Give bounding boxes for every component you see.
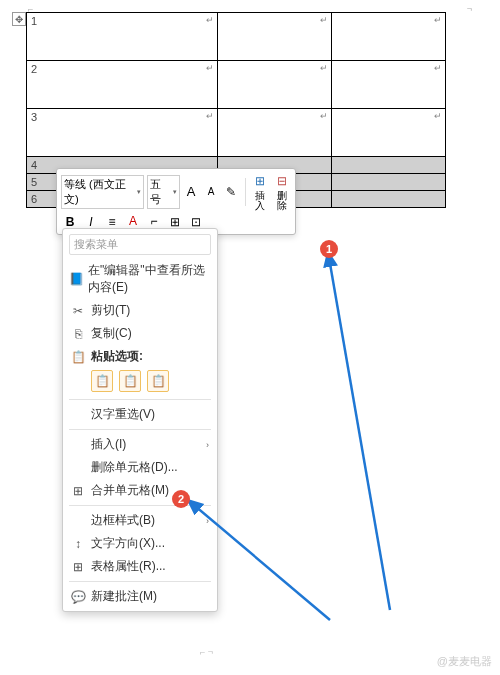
- para-mark: ↵: [320, 111, 328, 121]
- para-mark: ↵: [206, 111, 214, 121]
- para-mark: ↵: [320, 15, 328, 25]
- format-painter-button[interactable]: ✎: [223, 183, 240, 201]
- cell-text: 1: [31, 15, 37, 27]
- scissors-icon: ✂: [69, 303, 87, 319]
- para-mark: ↵: [434, 15, 442, 25]
- chevron-right-icon: ›: [206, 516, 209, 526]
- grow-font-button[interactable]: A: [183, 183, 200, 201]
- table-row: 2↵ ↵ ↵: [27, 61, 446, 109]
- menu-border-style[interactable]: 边框样式(B)›: [63, 509, 217, 532]
- menu-smart-lookup[interactable]: 📘在"编辑器"中查看所选内容(E): [63, 259, 217, 299]
- svg-line-0: [328, 252, 390, 610]
- copy-icon: ⎘: [69, 326, 87, 342]
- menu-delete-cells[interactable]: 删除单元格(D)...: [63, 456, 217, 479]
- insert-label: 插入: [250, 191, 269, 211]
- comment-icon: 💬: [69, 589, 87, 605]
- margin-mark: ¬: [467, 4, 472, 14]
- cell-text: 5: [31, 176, 37, 188]
- menu-cut[interactable]: ✂剪切(T): [63, 299, 217, 322]
- table-row: 3↵ ↵ ↵: [27, 109, 446, 157]
- menu-search-input[interactable]: 搜索菜单: [69, 234, 211, 255]
- page-break-indicator: ⌐ ¬: [200, 647, 213, 657]
- insert-table-button[interactable]: ⊞: [251, 172, 269, 190]
- table-move-handle[interactable]: ✥: [12, 12, 26, 26]
- cell-text: 3: [31, 111, 37, 123]
- annotation-arrow-1: [220, 240, 420, 620]
- menu-merge-cells[interactable]: ⊞合并单元格(M): [63, 479, 217, 502]
- menu-paste-options-label: 📋粘贴选项:: [63, 345, 217, 368]
- shrink-font-button[interactable]: A: [203, 183, 220, 201]
- book-icon: 📘: [69, 271, 84, 287]
- font-size-select[interactable]: 五号▾: [147, 175, 179, 209]
- merge-icon: ⊞: [69, 483, 87, 499]
- text-direction-icon: ↕: [69, 536, 87, 552]
- cell-text: 6: [31, 193, 37, 205]
- delete-table-button[interactable]: ⊟: [273, 172, 291, 190]
- table-row: 1↵ ↵ ↵: [27, 13, 446, 61]
- paste-keep-source-button[interactable]: 📋: [91, 370, 113, 392]
- delete-label: 删除: [272, 191, 291, 211]
- menu-new-comment[interactable]: 💬新建批注(M): [63, 585, 217, 608]
- paste-text-only-button[interactable]: 📋: [147, 370, 169, 392]
- para-mark: ↵: [434, 63, 442, 73]
- paste-merge-button[interactable]: 📋: [119, 370, 141, 392]
- chevron-right-icon: ›: [206, 440, 209, 450]
- context-menu: 搜索菜单 📘在"编辑器"中查看所选内容(E) ✂剪切(T) ⎘复制(C) 📋粘贴…: [62, 228, 218, 612]
- menu-text-direction[interactable]: ↕文字方向(X)...: [63, 532, 217, 555]
- para-mark: ↵: [206, 63, 214, 73]
- paste-icon: 📋: [69, 349, 87, 365]
- table-properties-icon: ⊞: [69, 559, 87, 575]
- mini-toolbar: 等线 (西文正文)▾ 五号▾ A A ✎ ⊞ 插入 ⊟ 删除 B I ≡ A ⌐…: [56, 168, 296, 235]
- para-mark: ↵: [320, 63, 328, 73]
- callout-badge-1: 1: [320, 240, 338, 258]
- watermark: @麦麦电器: [437, 654, 492, 669]
- menu-copy[interactable]: ⎘复制(C): [63, 322, 217, 345]
- font-name-select[interactable]: 等线 (西文正文)▾: [61, 175, 144, 209]
- menu-table-properties[interactable]: ⊞表格属性(R)...: [63, 555, 217, 578]
- cell-text: 4: [31, 159, 37, 171]
- menu-insert[interactable]: 插入(I)›: [63, 433, 217, 456]
- menu-reconvert[interactable]: 汉字重选(V): [63, 403, 217, 426]
- callout-badge-2: 2: [172, 490, 190, 508]
- cell-text: 2: [31, 63, 37, 75]
- para-mark: ↵: [434, 111, 442, 121]
- para-mark: ↵: [206, 15, 214, 25]
